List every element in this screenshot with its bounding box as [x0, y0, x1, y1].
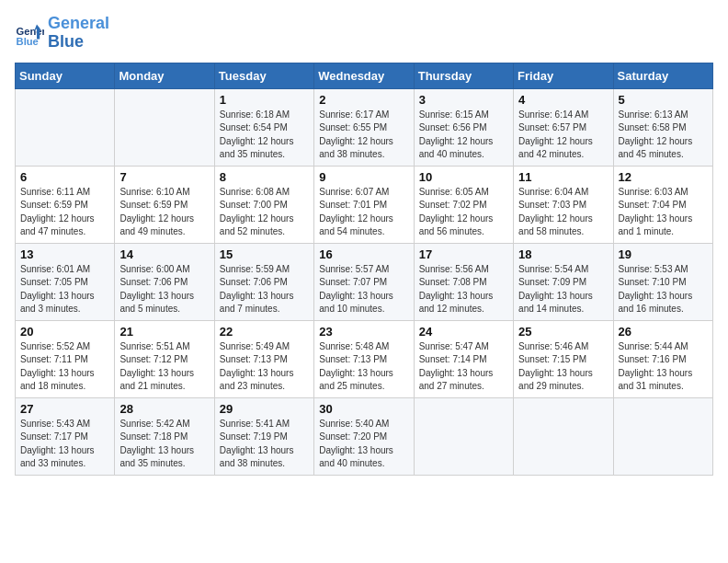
weekday-header-cell: Tuesday [214, 63, 313, 88]
day-info: Sunrise: 5:49 AM Sunset: 7:13 PM Dayligh… [220, 340, 309, 394]
day-number: 6 [20, 170, 109, 184]
day-info: Sunrise: 5:42 AM Sunset: 7:18 PM Dayligh… [119, 418, 209, 471]
weekday-header-cell: Monday [115, 63, 214, 88]
weekday-header-cell: Saturday [613, 63, 712, 88]
day-number: 14 [119, 247, 209, 261]
day-number: 23 [319, 325, 408, 339]
calendar-day-cell: 14Sunrise: 6:00 AM Sunset: 7:06 PM Dayli… [115, 243, 214, 320]
calendar-day-cell: 16Sunrise: 5:57 AM Sunset: 7:07 PM Dayli… [314, 243, 414, 320]
day-number: 10 [419, 170, 508, 184]
calendar-day-cell [16, 88, 115, 166]
day-info: Sunrise: 5:48 AM Sunset: 7:13 PM Dayligh… [319, 340, 408, 394]
day-number: 9 [319, 170, 408, 184]
calendar-week-row: 13Sunrise: 6:01 AM Sunset: 7:05 PM Dayli… [16, 243, 713, 320]
calendar-day-cell: 23Sunrise: 5:48 AM Sunset: 7:13 PM Dayli… [314, 320, 414, 397]
calendar-day-cell: 5Sunrise: 6:13 AM Sunset: 6:58 PM Daylig… [613, 88, 712, 166]
day-info: Sunrise: 5:46 AM Sunset: 7:15 PM Dayligh… [518, 340, 608, 394]
calendar-day-cell [613, 397, 712, 475]
calendar-week-row: 6Sunrise: 6:11 AM Sunset: 6:59 PM Daylig… [16, 166, 713, 243]
weekday-header-cell: Sunday [16, 63, 115, 88]
calendar-week-row: 20Sunrise: 5:52 AM Sunset: 7:11 PM Dayli… [16, 320, 713, 397]
calendar-day-cell: 6Sunrise: 6:11 AM Sunset: 6:59 PM Daylig… [16, 166, 115, 243]
day-number: 21 [119, 325, 209, 339]
day-info: Sunrise: 6:05 AM Sunset: 7:02 PM Dayligh… [419, 186, 508, 239]
day-info: Sunrise: 6:10 AM Sunset: 6:59 PM Dayligh… [119, 186, 209, 239]
day-info: Sunrise: 6:11 AM Sunset: 6:59 PM Dayligh… [20, 186, 109, 239]
day-number: 15 [220, 247, 309, 261]
calendar-day-cell: 11Sunrise: 6:04 AM Sunset: 7:03 PM Dayli… [514, 166, 613, 243]
svg-text:General: General [17, 25, 44, 36]
day-number: 26 [619, 325, 708, 339]
day-number: 25 [518, 325, 608, 339]
calendar-day-cell: 25Sunrise: 5:46 AM Sunset: 7:15 PM Dayli… [514, 320, 613, 397]
calendar-day-cell: 19Sunrise: 5:53 AM Sunset: 7:10 PM Dayli… [613, 243, 712, 320]
weekday-header-cell: Thursday [414, 63, 513, 88]
day-info: Sunrise: 6:15 AM Sunset: 6:56 PM Dayligh… [419, 109, 508, 162]
day-number: 5 [619, 93, 708, 107]
calendar-week-row: 27Sunrise: 5:43 AM Sunset: 7:17 PM Dayli… [16, 397, 713, 475]
calendar-day-cell: 21Sunrise: 5:51 AM Sunset: 7:12 PM Dayli… [115, 320, 214, 397]
calendar-day-cell: 12Sunrise: 6:03 AM Sunset: 7:04 PM Dayli… [613, 166, 712, 243]
day-number: 20 [20, 325, 109, 339]
day-info: Sunrise: 5:43 AM Sunset: 7:17 PM Dayligh… [20, 418, 109, 471]
day-number: 12 [619, 170, 708, 184]
day-number: 1 [220, 93, 309, 107]
calendar-day-cell: 29Sunrise: 5:41 AM Sunset: 7:19 PM Dayli… [214, 397, 313, 475]
day-number: 27 [20, 402, 109, 416]
day-info: Sunrise: 6:01 AM Sunset: 7:05 PM Dayligh… [20, 263, 109, 316]
calendar-day-cell: 10Sunrise: 6:05 AM Sunset: 7:02 PM Dayli… [414, 166, 513, 243]
day-number: 3 [419, 93, 508, 107]
calendar-day-cell: 30Sunrise: 5:40 AM Sunset: 7:20 PM Dayli… [314, 397, 414, 475]
calendar-day-cell: 2Sunrise: 6:17 AM Sunset: 6:55 PM Daylig… [314, 88, 414, 166]
day-info: Sunrise: 6:00 AM Sunset: 7:06 PM Dayligh… [119, 263, 209, 316]
day-number: 8 [220, 170, 309, 184]
calendar-day-cell: 8Sunrise: 6:08 AM Sunset: 7:00 PM Daylig… [214, 166, 313, 243]
day-number: 13 [20, 247, 109, 261]
day-info: Sunrise: 5:47 AM Sunset: 7:14 PM Dayligh… [419, 340, 508, 394]
day-number: 18 [518, 247, 608, 261]
calendar-day-cell: 20Sunrise: 5:52 AM Sunset: 7:11 PM Dayli… [16, 320, 115, 397]
calendar-day-cell: 4Sunrise: 6:14 AM Sunset: 6:57 PM Daylig… [514, 88, 613, 166]
calendar-day-cell: 28Sunrise: 5:42 AM Sunset: 7:18 PM Dayli… [115, 397, 214, 475]
day-number: 28 [119, 402, 209, 416]
calendar-day-cell: 9Sunrise: 6:07 AM Sunset: 7:01 PM Daylig… [314, 166, 414, 243]
day-number: 11 [518, 170, 608, 184]
day-info: Sunrise: 5:53 AM Sunset: 7:10 PM Dayligh… [619, 263, 708, 316]
day-info: Sunrise: 6:03 AM Sunset: 7:04 PM Dayligh… [619, 186, 708, 239]
weekday-header-cell: Wednesday [314, 63, 414, 88]
calendar-day-cell [115, 88, 214, 166]
calendar-day-cell [514, 397, 613, 475]
calendar-day-cell: 15Sunrise: 5:59 AM Sunset: 7:06 PM Dayli… [214, 243, 313, 320]
calendar-body: 1Sunrise: 6:18 AM Sunset: 6:54 PM Daylig… [16, 88, 713, 475]
day-number: 29 [220, 402, 309, 416]
calendar-day-cell: 13Sunrise: 6:01 AM Sunset: 7:05 PM Dayli… [16, 243, 115, 320]
calendar-day-cell: 24Sunrise: 5:47 AM Sunset: 7:14 PM Dayli… [414, 320, 513, 397]
day-info: Sunrise: 6:18 AM Sunset: 6:54 PM Dayligh… [220, 109, 309, 162]
logo-text: GeneralBlue [48, 15, 109, 52]
day-info: Sunrise: 5:41 AM Sunset: 7:19 PM Dayligh… [220, 418, 309, 471]
day-info: Sunrise: 5:52 AM Sunset: 7:11 PM Dayligh… [20, 340, 109, 394]
calendar-day-cell [414, 397, 513, 475]
page-header: General Blue GeneralBlue [15, 15, 713, 52]
day-number: 16 [319, 247, 408, 261]
weekday-header-row: SundayMondayTuesdayWednesdayThursdayFrid… [16, 63, 713, 88]
day-info: Sunrise: 5:57 AM Sunset: 7:07 PM Dayligh… [319, 263, 408, 316]
calendar-day-cell: 1Sunrise: 6:18 AM Sunset: 6:54 PM Daylig… [214, 88, 313, 166]
day-info: Sunrise: 6:07 AM Sunset: 7:01 PM Dayligh… [319, 186, 408, 239]
day-info: Sunrise: 5:44 AM Sunset: 7:16 PM Dayligh… [619, 340, 708, 394]
day-number: 24 [419, 325, 508, 339]
calendar-day-cell: 27Sunrise: 5:43 AM Sunset: 7:17 PM Dayli… [16, 397, 115, 475]
logo-icon: General Blue [15, 18, 44, 48]
day-number: 2 [319, 93, 408, 107]
calendar-day-cell: 18Sunrise: 5:54 AM Sunset: 7:09 PM Dayli… [514, 243, 613, 320]
day-number: 4 [518, 93, 608, 107]
day-info: Sunrise: 6:04 AM Sunset: 7:03 PM Dayligh… [518, 186, 608, 239]
day-info: Sunrise: 5:51 AM Sunset: 7:12 PM Dayligh… [119, 340, 209, 394]
day-number: 22 [220, 325, 309, 339]
calendar-day-cell: 3Sunrise: 6:15 AM Sunset: 6:56 PM Daylig… [414, 88, 513, 166]
calendar-table: SundayMondayTuesdayWednesdayThursdayFrid… [15, 63, 713, 476]
day-number: 19 [619, 247, 708, 261]
calendar-day-cell: 22Sunrise: 5:49 AM Sunset: 7:13 PM Dayli… [214, 320, 313, 397]
calendar-day-cell: 26Sunrise: 5:44 AM Sunset: 7:16 PM Dayli… [613, 320, 712, 397]
day-info: Sunrise: 5:56 AM Sunset: 7:08 PM Dayligh… [419, 263, 508, 316]
